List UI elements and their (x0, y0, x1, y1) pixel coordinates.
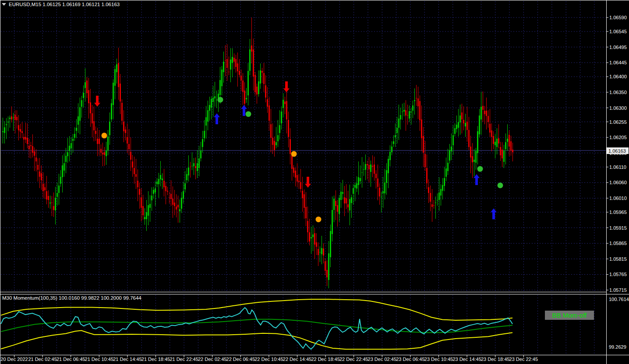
candle-body (74, 134, 75, 138)
candle-body (137, 181, 138, 187)
candle-body (503, 150, 505, 162)
candle-body (388, 159, 389, 173)
bb-mom-toggle-button[interactable]: BB Mom-off (545, 311, 594, 320)
symbol-dropdown-icon[interactable] (2, 3, 6, 6)
candle-body (512, 150, 513, 152)
candle-body (104, 152, 105, 155)
candle-body (491, 130, 492, 137)
price-axis-label: 1.06255 (609, 119, 627, 125)
candle-body (111, 103, 112, 119)
candle-body (298, 181, 300, 182)
sell-arrow-icon (305, 177, 311, 188)
candle-body (128, 144, 130, 149)
candle-body (307, 221, 308, 233)
green-dot-signal-icon (477, 166, 483, 172)
price-axis-label: 1.06590 (609, 15, 627, 20)
indicator-axis-max-label: 100.7614 (609, 297, 629, 302)
time-axis-label: 22 Dec 10:45 (254, 357, 283, 362)
candle-body (291, 155, 293, 169)
candle-body (381, 197, 382, 197)
candle-body (214, 96, 216, 98)
buy-arrow-icon (491, 208, 497, 219)
candle-body (505, 142, 506, 149)
candle-body (71, 143, 72, 148)
candle-body (325, 261, 326, 271)
candle-body (363, 169, 364, 170)
candle-body (183, 191, 184, 198)
candle-body (44, 187, 46, 191)
candle-body (444, 178, 445, 186)
candle-body (374, 164, 375, 174)
candle-body (407, 115, 408, 116)
candle-body (30, 145, 32, 146)
candle-body (232, 57, 233, 63)
candle-body (510, 141, 512, 150)
candle-body (102, 153, 103, 154)
candle-body (60, 177, 61, 184)
candle-body (389, 152, 391, 161)
candle-body (482, 106, 484, 110)
candle-body (332, 210, 333, 234)
candle-body (48, 196, 49, 200)
candle-body (431, 204, 433, 207)
candle-body (270, 124, 272, 138)
candle-body (219, 80, 221, 95)
candle-body (239, 71, 240, 75)
price-chart-canvas[interactable]: 1.065901.065451.064951.064451.064001.063… (0, 0, 629, 364)
candle-body (223, 62, 224, 72)
candle-body (172, 199, 173, 205)
candle-body (323, 248, 324, 255)
candle-body (396, 128, 398, 133)
candle-body (69, 146, 70, 151)
candle-body (379, 188, 380, 196)
candle-body (95, 131, 96, 134)
window-borders (0, 0, 629, 364)
candle-body (302, 191, 303, 198)
candle-body (99, 139, 100, 144)
price-axis-label: 1.06495 (609, 45, 627, 50)
candle-body (293, 168, 294, 173)
candle-body (333, 199, 335, 210)
candle-body (221, 70, 223, 86)
candle-body (202, 139, 203, 147)
candle-body (18, 125, 19, 130)
candle-body (233, 58, 235, 62)
candle-body (316, 242, 317, 247)
candle-body (6, 124, 7, 126)
bollinger-lower-band-line (1, 331, 512, 350)
time-axis-label: 22 Dec 22:45 (339, 357, 368, 362)
candle-body (247, 71, 249, 95)
candle-body (281, 112, 282, 123)
candle-body (230, 60, 231, 70)
buy-arrow-icon (214, 113, 220, 124)
time-axis-label: 21 Dec 22:45 (170, 357, 198, 362)
candle-body (118, 63, 119, 88)
candle-body (459, 116, 461, 122)
candle-body (354, 185, 356, 188)
orange-dot-signal-icon (102, 133, 107, 138)
candle-body (32, 146, 33, 153)
candle-body (58, 186, 60, 193)
candle-body (2, 131, 4, 132)
candle-body (148, 205, 149, 216)
candle-body (51, 203, 53, 203)
candle-body (486, 111, 487, 116)
candle-body (198, 158, 200, 168)
candle-body (88, 90, 89, 103)
candle-body (90, 102, 91, 113)
candle-body (475, 151, 477, 162)
candle-body (135, 174, 137, 176)
candle-body (251, 46, 252, 52)
candle-body (34, 151, 35, 156)
candle-body (197, 163, 198, 171)
candle-body (181, 198, 182, 209)
candle-body (318, 249, 319, 255)
candle-body (295, 171, 296, 178)
price-axis-label: 1.06010 (609, 196, 627, 201)
candle-body (200, 150, 201, 158)
candle-body (451, 147, 452, 152)
candle-body (309, 232, 310, 242)
candle-body (132, 161, 133, 168)
candle-body (417, 98, 419, 106)
candle-body (226, 59, 228, 68)
